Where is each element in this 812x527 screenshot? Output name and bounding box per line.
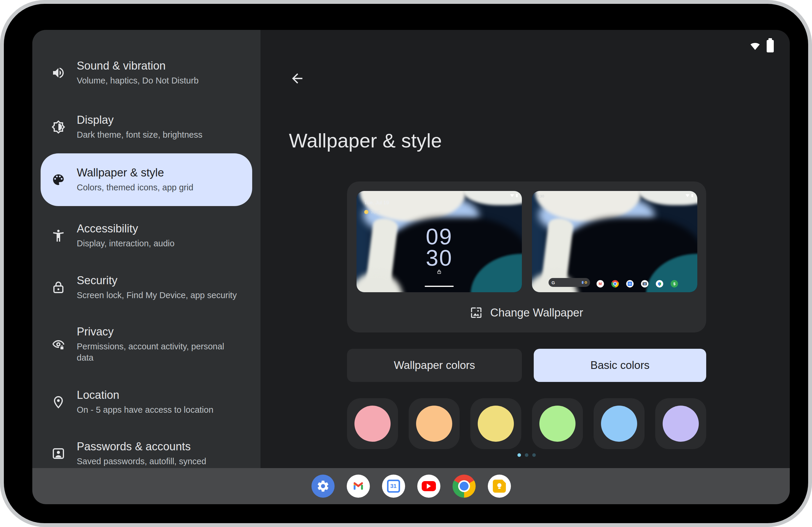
sidebar-item-wallpaper-style[interactable]: Wallpaper & style Colors, themed icons, … bbox=[41, 153, 252, 206]
sidebar-item-subtitle: Permissions, account activity, personal … bbox=[77, 341, 243, 364]
dock-app-settings[interactable] bbox=[311, 475, 335, 498]
location-icon bbox=[51, 395, 66, 409]
google-g-icon: G bbox=[551, 280, 555, 285]
sun-icon bbox=[364, 210, 368, 214]
tab-basic-colors[interactable]: Basic colors bbox=[534, 349, 706, 382]
maps-icon bbox=[656, 280, 663, 287]
sidebar-item-title: Wallpaper & style bbox=[77, 166, 193, 179]
lock-glyph-icon bbox=[436, 269, 442, 276]
taskbar-dock: 31 bbox=[32, 468, 790, 504]
sidebar-item-title: Accessibility bbox=[77, 222, 175, 235]
wifi-icon bbox=[510, 194, 514, 197]
clock-minutes: 30 bbox=[357, 247, 522, 269]
color-swatch-pink[interactable] bbox=[347, 398, 398, 449]
arrow-back-icon bbox=[290, 71, 305, 86]
lock-temperature: 76°F bbox=[371, 209, 380, 214]
color-dot bbox=[539, 406, 576, 442]
sidebar-item-sound[interactable]: Sound & vibration Volume, haptics, Do No… bbox=[41, 60, 252, 86]
sidebar-item-title: Location bbox=[77, 389, 213, 402]
calendar-icon: 31 bbox=[626, 280, 634, 287]
sidebar-item-accessibility[interactable]: Accessibility Display, interaction, audi… bbox=[41, 222, 252, 249]
lock-screen-preview[interactable]: Tue, Jul 19 76°F 09 30 bbox=[357, 191, 522, 292]
brightness-icon bbox=[51, 120, 66, 134]
sidebar-item-title: Privacy bbox=[77, 326, 243, 338]
sidebar-item-subtitle: Saved passwords, autofill, synced bbox=[77, 456, 206, 467]
mini-search-bar: G bbox=[549, 278, 590, 287]
lock-date: Tue, Jul 19 bbox=[364, 200, 389, 206]
color-swatch-blue[interactable] bbox=[594, 398, 644, 449]
privacy-icon bbox=[51, 337, 66, 351]
palette-icon bbox=[51, 172, 66, 187]
sidebar-item-passwords-accounts[interactable]: Passwords & accounts Saved passwords, au… bbox=[41, 440, 252, 467]
dock-app-chrome[interactable] bbox=[452, 475, 476, 498]
color-swatch-green[interactable] bbox=[532, 398, 583, 449]
color-dot bbox=[478, 406, 514, 442]
color-swatch-lavender[interactable] bbox=[655, 398, 706, 449]
sidebar-item-subtitle: On - 5 apps have access to location bbox=[77, 404, 213, 416]
gear-icon bbox=[316, 479, 330, 493]
settings-sidebar: Sound & vibration Volume, haptics, Do No… bbox=[32, 30, 261, 468]
page-dot bbox=[525, 453, 528, 457]
keep-note-icon bbox=[493, 480, 506, 493]
calendar-icon: 31 bbox=[387, 480, 400, 493]
wifi-icon bbox=[685, 194, 690, 197]
lock-weather: 76°F bbox=[364, 209, 380, 214]
clock-hours: 09 bbox=[357, 226, 522, 247]
sidebar-item-title: Display bbox=[77, 114, 202, 126]
camera-icon bbox=[641, 280, 649, 287]
sidebar-item-subtitle: Colors, themed icons, app grid bbox=[77, 182, 193, 193]
accounts-icon bbox=[51, 447, 66, 461]
tablet-frame: 9:30 Sound & vibration Volume, haptics, … bbox=[0, 0, 812, 527]
dock-app-youtube[interactable] bbox=[417, 475, 440, 498]
sidebar-item-subtitle: Screen lock, Find My Device, app securit… bbox=[77, 289, 237, 301]
youtube-play-icon bbox=[422, 481, 436, 491]
sidebar-item-location[interactable]: Location On - 5 apps have access to loca… bbox=[41, 389, 252, 416]
gmail-m-icon bbox=[352, 480, 365, 493]
pay-icon: $ bbox=[671, 280, 678, 287]
lock-icon bbox=[51, 281, 66, 295]
gmail-icon: M bbox=[597, 280, 604, 287]
mic-icon bbox=[582, 281, 583, 284]
sidebar-item-title: Passwords & accounts bbox=[77, 440, 206, 453]
sidebar-item-subtitle: Display, interaction, audio bbox=[77, 238, 175, 249]
home-bar bbox=[425, 286, 454, 287]
sidebar-item-display[interactable]: Display Dark theme, font size, brightnes… bbox=[41, 114, 252, 140]
sidebar-item-privacy[interactable]: Privacy Permissions, account activity, p… bbox=[41, 326, 252, 363]
sidebar-item-title: Security bbox=[77, 274, 237, 287]
change-wallpaper-label: Change Wallpaper bbox=[490, 306, 583, 319]
sidebar-item-subtitle: Dark theme, font size, brightness bbox=[77, 129, 202, 140]
mini-dock: M 31 $ bbox=[597, 280, 678, 287]
lock-clock: 09 30 bbox=[357, 226, 522, 269]
color-dot bbox=[663, 406, 699, 442]
color-dot bbox=[416, 406, 452, 442]
dock-app-keep[interactable] bbox=[488, 475, 511, 498]
preview-status-icons bbox=[685, 194, 693, 197]
screen: 9:30 Sound & vibration Volume, haptics, … bbox=[32, 30, 790, 504]
sidebar-item-title: Sound & vibration bbox=[77, 60, 199, 72]
tab-wallpaper-colors[interactable]: Wallpaper colors bbox=[347, 349, 522, 382]
page-indicator bbox=[504, 453, 549, 457]
dock-app-gmail[interactable] bbox=[347, 475, 370, 498]
wallpaper-icon bbox=[470, 306, 482, 319]
lens-icon bbox=[585, 281, 587, 284]
wifi-icon bbox=[750, 41, 761, 52]
color-swatch-orange[interactable] bbox=[409, 398, 460, 449]
chrome-icon bbox=[611, 280, 619, 287]
wallpaper-preview-card: Tue, Jul 19 76°F 09 30 9:30 G bbox=[347, 181, 706, 332]
accessibility-icon bbox=[51, 229, 66, 243]
color-dot bbox=[601, 406, 637, 442]
battery-icon bbox=[767, 40, 774, 52]
page-title: Wallpaper & style bbox=[289, 130, 442, 152]
battery-icon bbox=[516, 194, 518, 197]
change-wallpaper-button[interactable]: Change Wallpaper bbox=[347, 301, 706, 324]
sidebar-item-security[interactable]: Security Screen lock, Find My Device, ap… bbox=[41, 274, 252, 301]
dock-app-calendar[interactable]: 31 bbox=[382, 475, 405, 498]
preview-status-icons bbox=[510, 194, 518, 197]
volume-icon bbox=[51, 66, 66, 80]
sidebar-item-subtitle: Volume, haptics, Do Not Disturb bbox=[77, 75, 199, 86]
page-dot-active bbox=[518, 453, 521, 457]
home-screen-preview[interactable]: 9:30 G M 31 $ bbox=[532, 191, 697, 292]
status-icons bbox=[750, 40, 774, 52]
color-swatch-yellow[interactable] bbox=[470, 398, 521, 449]
back-button[interactable] bbox=[290, 71, 305, 86]
